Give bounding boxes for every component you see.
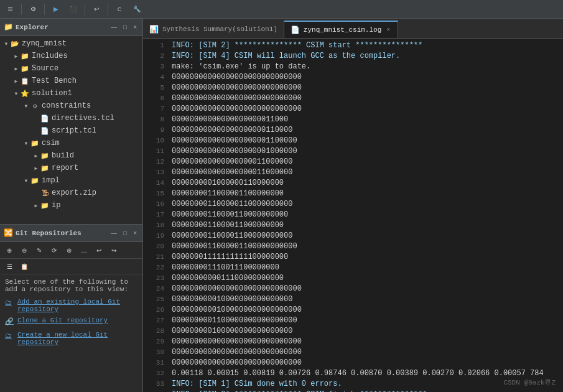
tree-item-icon: 📁 — [40, 163, 50, 173]
toolbar-run-btn[interactable]: ▶ — [49, 3, 63, 16]
explorer-section: 📁 Explorer — □ × ▼📂zynq_mnist▶📁Includes▶… — [0, 19, 142, 224]
tab-log[interactable]: 📄zynq_mnist_csim.log× — [284, 21, 398, 38]
line-text: 000000000100000000000000000 — [172, 327, 292, 335]
menu-icon: ☰ — [5, 4, 15, 14]
git-list-btn[interactable]: ☰ — [2, 260, 16, 273]
git-more-btn[interactable]: ⊛ — [62, 244, 76, 256]
tree-item-build[interactable]: ▶📁build — [0, 149, 142, 162]
git-undo-btn[interactable]: ↩ — [92, 244, 106, 256]
toolbar-back-btn[interactable]: ↩ — [89, 3, 104, 16]
tree-item-solution1[interactable]: ▼⭐solution1 — [0, 87, 142, 100]
git-close-btn[interactable]: × — [131, 229, 139, 237]
toolbar-stop-btn[interactable]: ⬛ — [66, 3, 81, 16]
line-text: 0000000000011100000000000 — [172, 274, 284, 282]
tree-arrow: ▼ — [2, 41, 10, 47]
log-line: 1INFO: [SIM 2] *************** CSIM star… — [143, 41, 563, 52]
git-clone-link[interactable]: 🔗 Clone a Git repository — [5, 317, 137, 327]
tree-item-ip[interactable]: ▶📁ip — [0, 199, 142, 212]
git-header: 🔀 Git Repositories — □ × — [0, 225, 142, 242]
explorer-minimize-btn[interactable]: — — [109, 23, 119, 31]
line-text: 00000000000000000000000000000 — [172, 105, 302, 113]
git-title-label: Git Repositories — [16, 230, 81, 237]
run-icon: ▶ — [51, 4, 61, 14]
log-line: 2INFO: [SIM 4] CSIM will launch GCC as t… — [143, 52, 563, 62]
tree-item-icon: 📄 — [40, 126, 50, 136]
toolbar-menu-btn[interactable]: ☰ — [2, 3, 17, 16]
tree-item-exportzip[interactable]: 🗜export.zip — [0, 187, 142, 199]
tree-arrow: ▶ — [12, 66, 20, 72]
main-toolbar: ☰ ⚙ ▶ ⬛ ↩ C 🔧 — [0, 0, 563, 19]
log-line: 2900000000000000000000000000000 — [143, 337, 563, 348]
line-number: 11 — [148, 147, 164, 155]
git-add-existing-link[interactable]: 🗂 Add an existing local Git repository — [5, 298, 137, 313]
line-number: 24 — [148, 285, 164, 292]
right-panel: 📊Synthesis Summary(solution1)📄zynq_mnist… — [143, 19, 563, 392]
line-number: 8 — [148, 116, 164, 123]
git-more-icon: ⊛ — [64, 245, 74, 255]
git-edit-btn[interactable]: ✎ — [32, 244, 46, 256]
tree-item-source[interactable]: ▶📁Source — [0, 62, 142, 75]
log-line: 110000000000000000000001000000 — [143, 147, 563, 157]
line-text: 00000000000000000000000000000 — [172, 337, 302, 346]
tree-item-script[interactable]: 📄script.tcl — [0, 124, 142, 137]
line-number: 14 — [148, 179, 164, 187]
git-remove-btn[interactable]: ⊖ — [17, 244, 31, 256]
tree-item-testbench[interactable]: ▶📋Test Bench — [0, 75, 142, 87]
git-refresh-btn[interactable]: ⟳ — [47, 244, 61, 256]
tree-item-csim[interactable]: ▼📁csim — [0, 137, 142, 149]
log-line: 230000000000011100000000000 — [143, 274, 563, 284]
line-number: 30 — [148, 348, 164, 356]
tree-item-report[interactable]: ▶📁report — [0, 162, 142, 174]
git-dots-btn[interactable]: … — [77, 244, 91, 256]
toolbar-synth-btn[interactable]: 🔧 — [129, 3, 144, 16]
tree-item-impl[interactable]: ▼📁impl — [0, 174, 142, 187]
settings-icon: ⚙ — [28, 4, 38, 14]
line-number: 2 — [148, 52, 164, 60]
tab-close-log[interactable]: × — [385, 26, 391, 34]
tree-arrow: ▶ — [32, 153, 40, 159]
tab-synthesis[interactable]: 📊Synthesis Summary(solution1) — [143, 21, 284, 38]
git-minimize-btn[interactable]: — — [109, 229, 119, 237]
line-text: 00000000000000000000000000000 — [172, 94, 302, 103]
log-line: 100000000000000000000001100000 — [143, 136, 563, 147]
explorer-close-btn[interactable]: × — [131, 23, 139, 31]
tree-item-includes[interactable]: ▶📁Includes — [0, 50, 142, 62]
git-copy-btn[interactable]: 📋 — [17, 260, 31, 273]
git-title-container: 🔀 Git Repositories — [4, 228, 81, 238]
log-line: 2100000001111111111100000000 — [143, 253, 563, 263]
tree-item-label: solution1 — [32, 89, 72, 98]
tree-item-directives[interactable]: 📄directives.tcl — [0, 112, 142, 124]
editor-content[interactable]: 1INFO: [SIM 2] *************** CSIM star… — [143, 39, 563, 392]
git-add-btn[interactable]: ⊕ — [2, 244, 16, 256]
line-text: 000000001100000110000000000 — [172, 200, 292, 208]
git-section: 🔀 Git Repositories — □ × ⊕ ⊖ ✎ ⟳ ⊛ … ↩ ↪ — [0, 224, 142, 392]
git-edit-icon: ✎ — [34, 245, 44, 255]
explorer-maximize-btn[interactable]: □ — [121, 23, 129, 31]
log-line: 16000000001100000110000000000 — [143, 200, 563, 210]
tree-item-constraints[interactable]: ▼⚙constraints — [0, 100, 142, 112]
git-create-link[interactable]: 🗂 Create a new local Git repository — [5, 331, 137, 346]
toolbar-settings-btn[interactable]: ⚙ — [26, 3, 40, 16]
log-line: 9000000000000000000000110000 — [143, 126, 563, 136]
log-line: 28000000000100000000000000000 — [143, 327, 563, 337]
tree-item-zynq_mnist[interactable]: ▼📂zynq_mnist — [0, 37, 142, 50]
line-text: INFO: [SIM 1] CSim done with 0 errors. — [172, 380, 342, 388]
line-text: INFO: [SIM 4] CSIM will launch GCC as th… — [172, 52, 400, 60]
tree-item-label: ip — [52, 201, 60, 210]
git-redo-btn[interactable]: ↪ — [107, 244, 121, 256]
git-list-icon: ☰ — [4, 261, 14, 271]
explorer-tree[interactable]: ▼📂zynq_mnist▶📁Includes▶📁Source▶📋Test Ben… — [0, 36, 142, 224]
git-maximize-btn[interactable]: □ — [121, 229, 129, 237]
line-text: 0000000001100000000000000000 — [172, 316, 297, 325]
line-number: 3 — [148, 63, 164, 70]
tree-item-icon: ⭐ — [20, 88, 30, 98]
line-number: 4 — [148, 73, 164, 81]
line-number: 7 — [148, 105, 164, 113]
line-number: 15 — [148, 190, 164, 197]
toolbar-csim-btn[interactable]: C — [112, 3, 127, 16]
log-line: 33INFO: [SIM 1] CSim done with 0 errors. — [143, 380, 563, 390]
line-text: 00000000110000110000000000 — [172, 210, 288, 219]
main-layout: 📁 Explorer — □ × ▼📂zynq_mnist▶📁Includes▶… — [0, 19, 563, 392]
line-number: 1 — [148, 42, 164, 49]
line-number: 16 — [148, 200, 164, 208]
